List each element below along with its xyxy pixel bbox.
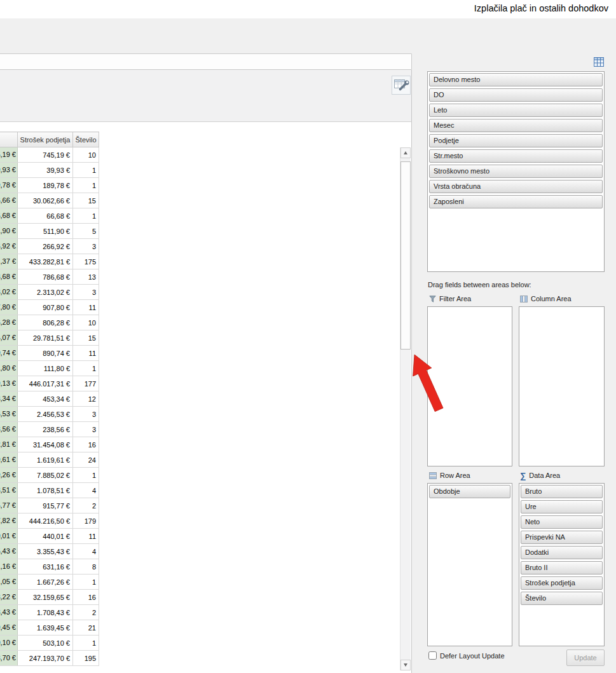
data-cell[interactable]: 907,80 € (18, 300, 73, 315)
data-cell[interactable]: 806,28 € (18, 315, 73, 330)
field-item[interactable]: Mesec (429, 119, 603, 132)
data-cell[interactable]: 10 (73, 315, 99, 330)
data-cell[interactable]: 1 (73, 574, 99, 590)
data-cell[interactable]: 511,90 € (18, 224, 73, 239)
data-cell[interactable]: 3 (73, 285, 99, 300)
total-cell[interactable]: 3,02 € (0, 285, 18, 300)
data-cell[interactable]: 503,10 € (18, 636, 73, 651)
field-item[interactable]: Str.mesto (429, 149, 603, 163)
total-cell[interactable]: 7,82 € (0, 513, 18, 529)
field-item[interactable]: Vrsta obračuna (429, 180, 603, 193)
data-cell[interactable]: 1.078,51 € (18, 483, 73, 498)
total-cell[interactable]: 1,90 € (0, 224, 18, 239)
total-cell[interactable]: 0,10 € (0, 636, 18, 651)
data-area-field[interactable]: Število (521, 592, 603, 605)
data-cell[interactable]: 15 (73, 330, 99, 346)
total-cell[interactable]: 9,61 € (0, 452, 18, 468)
column-header-cut[interactable] (0, 132, 18, 147)
scroll-up-button[interactable] (400, 147, 411, 158)
data-cell[interactable]: 631,16 € (18, 559, 73, 574)
column-header[interactable]: Število (73, 132, 99, 147)
data-cell[interactable]: 189,78 € (18, 178, 73, 193)
field-item[interactable]: Zaposleni (429, 195, 603, 208)
data-cell[interactable]: 11 (73, 346, 99, 361)
total-cell[interactable]: 4,07 € (0, 330, 18, 346)
total-cell[interactable]: 3,22 € (0, 590, 18, 605)
data-area-field[interactable]: Dodatki (521, 546, 603, 559)
data-area-field[interactable]: Neto (521, 515, 603, 529)
data-cell[interactable]: 177 (73, 376, 99, 391)
data-cell[interactable]: 247.193,70 € (18, 651, 73, 666)
scroll-down-button[interactable] (400, 660, 411, 670)
data-cell[interactable]: 1.708,43 € (18, 605, 73, 620)
row-area-box[interactable]: Obdobje (427, 483, 512, 646)
data-cell[interactable]: 2 (73, 498, 99, 513)
data-area-box[interactable]: BrutoUreNetoPrispevki NADodatkiBruto IIS… (519, 483, 605, 646)
total-cell[interactable]: 7,80 € (0, 300, 18, 315)
data-cell[interactable]: 31.454,08 € (18, 437, 73, 452)
data-cell[interactable]: 440,01 € (18, 529, 73, 544)
data-cell[interactable]: 1.639,45 € (18, 620, 73, 636)
data-cell[interactable]: 3 (73, 239, 99, 254)
update-button[interactable]: Update (566, 649, 605, 666)
data-cell[interactable]: 1 (73, 636, 99, 651)
data-cell[interactable]: 1.619,61 € (18, 452, 73, 468)
total-cell[interactable]: ,37 € (0, 254, 18, 269)
data-cell[interactable]: 3 (73, 407, 99, 422)
data-cell[interactable]: 3.355,43 € (18, 544, 73, 559)
data-cell[interactable]: 13 (73, 269, 99, 285)
total-cell[interactable]: 8,68 € (0, 269, 18, 285)
data-area-field[interactable]: Strošek podjetja (521, 576, 603, 590)
total-cell[interactable]: ,05 € (0, 574, 18, 590)
data-cell[interactable]: 66,68 € (18, 208, 73, 224)
data-area-field[interactable]: Ure (521, 500, 603, 513)
data-cell[interactable]: 446.017,31 € (18, 376, 73, 391)
splitter-collapse-icon[interactable] (414, 357, 418, 362)
data-cell[interactable]: 15 (73, 193, 99, 208)
total-cell[interactable]: 3,34 € (0, 391, 18, 407)
filter-area-box[interactable] (427, 306, 512, 466)
data-cell[interactable]: 5 (73, 224, 99, 239)
data-cell[interactable]: 890,74 € (18, 346, 73, 361)
data-cell[interactable]: 745,19 € (18, 147, 73, 163)
data-cell[interactable]: 2 (73, 605, 99, 620)
field-item[interactable]: DO (429, 88, 603, 102)
data-cell[interactable]: 238,56 € (18, 422, 73, 437)
data-cell[interactable]: 8 (73, 559, 99, 574)
total-cell[interactable]: ,16 € (0, 559, 18, 574)
total-cell[interactable]: 9,93 € (0, 163, 18, 178)
vertical-scrollbar[interactable] (400, 147, 411, 670)
total-cell[interactable]: 0,01 € (0, 529, 18, 544)
total-cell[interactable]: 9,13 € (0, 376, 18, 391)
data-cell[interactable]: 2.313,02 € (18, 285, 73, 300)
data-cell[interactable]: 1 (73, 361, 99, 376)
field-item[interactable]: Leto (429, 104, 603, 117)
data-cell[interactable]: 30.062,66 € (18, 193, 73, 208)
data-cell[interactable]: 3 (73, 422, 99, 437)
data-cell[interactable]: 1 (73, 468, 99, 483)
total-cell[interactable]: 2,81 € (0, 437, 18, 452)
available-fields-list[interactable]: Delovno mestoDOLetoMesecPodjetjeStr.mest… (427, 71, 605, 272)
column-area-box[interactable] (519, 306, 605, 466)
total-cell[interactable]: 8,51 € (0, 483, 18, 498)
column-header[interactable]: Strošek podjetja (18, 132, 73, 147)
data-cell[interactable]: 453,34 € (18, 391, 73, 407)
data-cell[interactable]: 10 (73, 147, 99, 163)
data-cell[interactable]: 915,77 € (18, 498, 73, 513)
total-cell[interactable]: 5,19 € (0, 147, 18, 163)
data-cell[interactable]: 195 (73, 651, 99, 666)
data-cell[interactable]: 179 (73, 513, 99, 529)
data-area-field[interactable]: Bruto II (521, 561, 603, 574)
customize-fields-button[interactable] (392, 76, 411, 95)
field-chooser-button[interactable] (593, 57, 605, 68)
data-cell[interactable]: 24 (73, 452, 99, 468)
total-cell[interactable]: 6,92 € (0, 239, 18, 254)
defer-layout-update-checkbox[interactable] (428, 651, 437, 660)
data-cell[interactable]: 175 (73, 254, 99, 269)
data-area-field[interactable]: Bruto (521, 485, 603, 498)
field-item[interactable]: Delovno mesto (429, 73, 603, 86)
data-cell[interactable]: 4 (73, 483, 99, 498)
data-cell[interactable]: 11 (73, 300, 99, 315)
data-cell[interactable]: 7.885,02 € (18, 468, 73, 483)
data-cell[interactable]: 11 (73, 529, 99, 544)
